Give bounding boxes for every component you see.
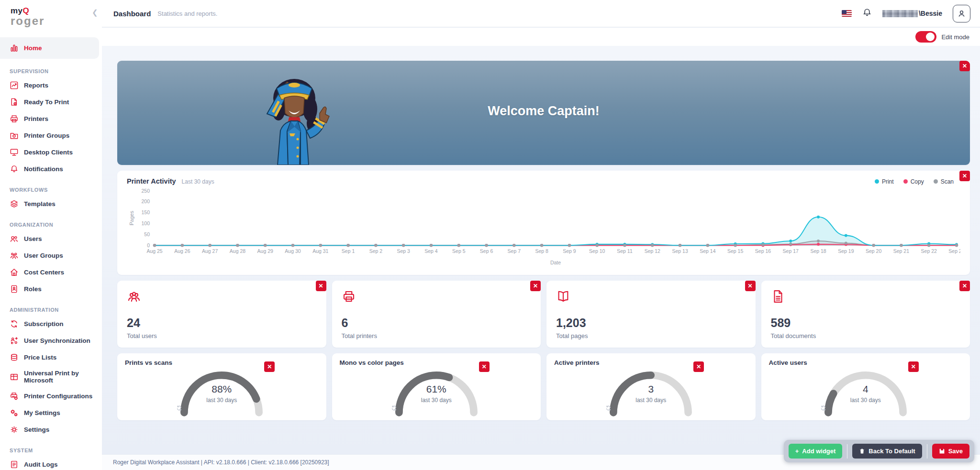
logo-line1: myQ [11, 7, 102, 15]
app-root: myQ roger ❮ HomeSUPERVISIONReportsReady … [0, 0, 980, 470]
sidebar-item-printer-configurations[interactable]: Printer Configurations [0, 388, 102, 404]
svg-text:Sep 14: Sep 14 [700, 248, 715, 254]
sidebar-item-users[interactable]: Users [0, 230, 102, 247]
back-to-default-button[interactable]: Back To Default [852, 444, 922, 459]
sidebar-item-price-lists[interactable]: Price Lists [0, 349, 102, 366]
svg-text:Sep 10: Sep 10 [589, 248, 605, 254]
sidebar-item-printer-groups[interactable]: Printer Groups [0, 127, 102, 144]
sidebar-item-label: Settings [24, 426, 49, 433]
card-close-icon[interactable]: ✕ [908, 361, 919, 372]
edit-mode-label: Edit mode [941, 33, 969, 41]
sidebar-item-settings[interactable]: Settings [0, 421, 102, 438]
svg-text:Sep 9: Sep 9 [563, 248, 576, 254]
notifications-bell-icon[interactable] [862, 8, 872, 19]
sidebar-item-reports[interactable]: Reports [0, 77, 102, 94]
sidebar-item-roles[interactable]: Roles [0, 281, 102, 297]
sidebar-item-universal-print-by-microsoft[interactable]: Universal Print by Microsoft [0, 366, 102, 388]
gauge: 3last 30 days✕ [605, 367, 696, 419]
grid-icon [10, 372, 19, 382]
svg-text:Aug 28: Aug 28 [230, 248, 245, 254]
legend-item-scan[interactable]: Scan [934, 178, 954, 185]
svg-text:50: 50 [144, 231, 150, 237]
sidebar-item-label: Audit Logs [24, 461, 58, 468]
page-title: Dashboard [113, 10, 151, 18]
add-widget-button[interactable]: + Add widget [789, 444, 843, 459]
sidebar-item-label: Notifications [24, 165, 63, 173]
svg-text:Sep 1: Sep 1 [342, 248, 355, 254]
gauge-title: Active users [769, 359, 963, 366]
app-logo: myQ roger [0, 0, 102, 27]
gears-icon [10, 408, 19, 417]
card-close-icon[interactable]: ✕ [530, 281, 541, 291]
legend-label: Copy [911, 178, 924, 185]
sidebar-item-desktop-clients[interactable]: Desktop Clients [0, 144, 102, 161]
sidebar-item-cost-centers[interactable]: Cost Centers [0, 264, 102, 281]
refresh-icon[interactable] [820, 405, 911, 411]
svg-text:Aug 29: Aug 29 [257, 248, 273, 254]
card-close-icon[interactable]: ✕ [316, 281, 326, 291]
card-close-icon[interactable]: ✕ [745, 281, 756, 291]
sidebar-item-audit-logs[interactable]: Audit Logs [0, 456, 102, 470]
svg-text:Sep 3: Sep 3 [397, 248, 410, 254]
legend-item-print[interactable]: Print [875, 178, 894, 185]
sidebar-item-notifications[interactable]: Notifications [0, 161, 102, 177]
users-group-icon [127, 297, 141, 305]
gauge-cards-row: Prints vs scans88%last 30 days✕Mono vs c… [117, 353, 970, 420]
stat-value: 24 [127, 316, 317, 330]
stat-card-total-documents: 589Total documents✕ [761, 281, 970, 348]
home-icon [10, 268, 19, 277]
sidebar-item-label: Users [24, 235, 42, 242]
sidebar-item-printers[interactable]: Printers [0, 110, 102, 127]
legend-item-copy[interactable]: Copy [903, 178, 924, 185]
sidebar-item-label: Printer Groups [24, 132, 69, 139]
sidebar-item-label: Templates [24, 200, 56, 208]
sidebar-item-ready-to-print[interactable]: Ready To Print [0, 94, 102, 110]
sidebar-item-subscription[interactable]: Subscription [0, 316, 102, 332]
sidebar-item-label: Roles [24, 285, 42, 293]
svg-text:Sep 16: Sep 16 [755, 248, 771, 254]
sidebar-collapse-chevron-icon[interactable]: ❮ [92, 8, 98, 17]
gauge: 4last 30 days✕ [820, 367, 911, 419]
card-close-icon[interactable]: ✕ [959, 281, 970, 291]
card-close-icon[interactable]: ✕ [264, 361, 275, 372]
username-redacted-block [882, 10, 918, 17]
gear-icon [10, 425, 19, 434]
sidebar-item-label: Reports [24, 82, 48, 89]
sidebar-item-user-synchronization[interactable]: User Synchronization [0, 332, 102, 349]
refresh-icon[interactable] [391, 405, 482, 411]
stat-label: Total users [127, 332, 317, 339]
banner-close-icon[interactable]: ✕ [959, 61, 970, 71]
topbar-right: \Bessie [842, 5, 970, 22]
card-close-icon[interactable]: ✕ [693, 361, 704, 372]
gauge-title: Prints vs scans [125, 359, 319, 366]
sidebar-item-home[interactable]: Home [0, 37, 99, 59]
username-suffix: \Bessie [919, 10, 942, 17]
gauge-value: 3 [605, 383, 696, 395]
captain-illustration [254, 64, 333, 165]
gauge-card-mono-vs-color-pages: Mono vs color pages61%last 30 days✕ [332, 353, 541, 420]
welcome-banner-card: Welcome Captain! ✕ [117, 61, 970, 165]
svg-text:Sep 20: Sep 20 [866, 248, 881, 254]
chart-title: Printer Activity [127, 177, 176, 185]
refresh-icon[interactable] [176, 405, 267, 411]
edit-mode-toggle[interactable] [915, 31, 936, 43]
gauge-period: last 30 days [605, 397, 696, 404]
svg-text:Sep 13: Sep 13 [672, 248, 688, 254]
language-flag-icon[interactable] [842, 10, 852, 17]
refresh-icon[interactable] [605, 405, 696, 411]
sidebar-item-templates[interactable]: Templates [0, 196, 102, 212]
chart-close-icon[interactable]: ✕ [959, 171, 970, 181]
sidebar-item-label: Desktop Clients [24, 149, 73, 156]
sidebar-item-label: My Settings [24, 409, 60, 416]
svg-text:150: 150 [142, 209, 150, 215]
svg-text:Sep 23: Sep 23 [948, 248, 960, 254]
svg-text:Sep 2: Sep 2 [369, 248, 383, 254]
sidebar-item-user-groups[interactable]: User Groups [0, 247, 102, 264]
card-close-icon[interactable]: ✕ [479, 361, 490, 372]
line-chart-icon [10, 81, 19, 90]
legend-dot [934, 179, 938, 184]
edit-action-bar: + Add widget Back To Default Save [784, 440, 974, 462]
sidebar-item-my-settings[interactable]: My Settings [0, 404, 102, 421]
save-button[interactable]: Save [932, 444, 969, 459]
user-avatar-button[interactable] [953, 5, 970, 22]
